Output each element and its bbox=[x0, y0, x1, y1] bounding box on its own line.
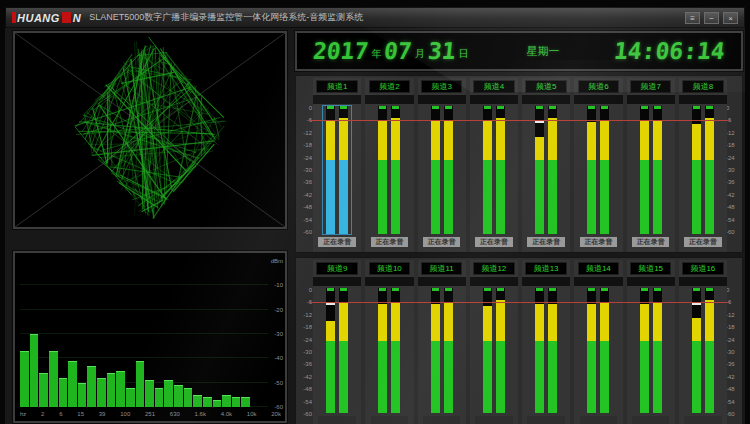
meter-scale-tick: -12 bbox=[297, 312, 312, 318]
spectrum-bar bbox=[20, 351, 29, 407]
recording-status-badge bbox=[527, 416, 565, 424]
meter-scale-tick: 0 bbox=[297, 287, 312, 293]
meter-scale-tick: -42 bbox=[297, 374, 312, 380]
peak-indicator bbox=[588, 288, 595, 291]
level-fill-low bbox=[339, 341, 348, 413]
channel-频道11[interactable]: 频道11 bbox=[418, 260, 466, 424]
level-fill-low bbox=[600, 160, 609, 234]
meter-scale-tick: -36 bbox=[726, 361, 741, 367]
spectrum-bar bbox=[107, 373, 116, 407]
spectrum-y-tick: -10 bbox=[274, 282, 283, 288]
channel-频道9[interactable]: 频道9 bbox=[313, 260, 361, 424]
spectrum-bar bbox=[68, 361, 77, 407]
channel-频道15[interactable]: 频道15 bbox=[627, 260, 675, 424]
channel-频道7[interactable]: 频道7正在录音 bbox=[627, 78, 675, 252]
meter-scale-tick: -30 bbox=[297, 167, 312, 173]
spectrum-bar bbox=[126, 388, 135, 407]
peak-indicator bbox=[340, 288, 347, 291]
menu-icon[interactable]: ≡ bbox=[685, 12, 700, 24]
channel-频道12[interactable]: 频道12 bbox=[470, 260, 518, 424]
channel-meter bbox=[375, 288, 403, 414]
channel-频道3[interactable]: 频道3正在录音 bbox=[418, 78, 466, 252]
peak-indicator bbox=[654, 106, 661, 109]
level-fill-low bbox=[653, 160, 662, 234]
spectrum-bar bbox=[164, 380, 173, 407]
peak-indicator bbox=[549, 288, 556, 291]
level-fill-yellow bbox=[483, 306, 492, 341]
level-fill-low bbox=[496, 341, 505, 413]
clock-date: 2017 年 07 月 31 日 bbox=[313, 38, 472, 64]
meter-scale-tick: -24 bbox=[297, 337, 312, 343]
channel-频道13[interactable]: 频道13 bbox=[522, 260, 570, 424]
spectrum-bar bbox=[193, 395, 202, 407]
channel-频道4[interactable]: 频道4正在录音 bbox=[470, 78, 518, 252]
channel-meter bbox=[532, 288, 560, 414]
channel-label: 频道3 bbox=[421, 80, 462, 93]
meter-scale-tick: -48 bbox=[297, 386, 312, 392]
level-fill-low bbox=[391, 160, 400, 234]
channel-bars bbox=[480, 288, 508, 414]
channel-频道1[interactable]: 频道1正在录音 bbox=[313, 78, 361, 252]
level-fill-yellow bbox=[326, 120, 335, 159]
spectrum-y-tick: -40 bbox=[274, 355, 283, 361]
spectrum-y-tick: -30 bbox=[274, 331, 283, 337]
spectrum-y-tick: -20 bbox=[274, 307, 283, 313]
recording-status-badge: 正在录音 bbox=[527, 237, 565, 247]
meter-scale-tick: -54 bbox=[297, 399, 312, 405]
meter-scale-tick: -18 bbox=[726, 324, 741, 330]
meter-scale-tick: -54 bbox=[726, 217, 741, 223]
level-bar bbox=[600, 288, 609, 414]
level-bar bbox=[326, 106, 335, 234]
level-bar bbox=[548, 106, 557, 234]
level-bar bbox=[496, 288, 505, 414]
channel-频道16[interactable]: 频道16 bbox=[679, 260, 727, 424]
meter-scale-tick: -36 bbox=[726, 179, 741, 185]
logo-red-box bbox=[62, 12, 71, 23]
peak-indicator bbox=[392, 106, 399, 109]
meter-red-line bbox=[310, 302, 730, 303]
channel-subbox bbox=[679, 277, 727, 286]
channel-subbox bbox=[574, 95, 622, 104]
peak-indicator bbox=[379, 106, 386, 109]
channel-bars bbox=[689, 106, 717, 234]
channel-频道10[interactable]: 频道10 bbox=[365, 260, 413, 424]
spectrum-bar bbox=[78, 383, 87, 407]
channel-meter bbox=[689, 288, 717, 414]
spectrum-y-tick: -50 bbox=[274, 380, 283, 386]
level-fill-yellow bbox=[391, 118, 400, 159]
channel-频道14[interactable]: 频道14 bbox=[574, 260, 622, 424]
goniometer-panel bbox=[13, 31, 287, 229]
level-fill-low bbox=[431, 160, 440, 234]
meter-scale-tick: -60 bbox=[297, 229, 312, 235]
level-bar bbox=[587, 288, 596, 414]
channel-subbox bbox=[627, 277, 675, 286]
channel-频道2[interactable]: 频道2正在录音 bbox=[365, 78, 413, 252]
level-fill-yellow bbox=[692, 124, 701, 159]
minimize-icon[interactable]: − bbox=[704, 12, 719, 24]
recording-status-badge: 正在录音 bbox=[371, 237, 409, 247]
meter-columns: 频道1正在录音频道2正在录音频道3正在录音频道4正在录音频道5正在录音频道6正在… bbox=[313, 78, 727, 252]
channel-bars bbox=[584, 106, 612, 234]
meter-scale-tick: -18 bbox=[297, 324, 312, 330]
level-fill-yellow bbox=[548, 118, 557, 159]
spectrum-y-tick: -60 bbox=[274, 404, 283, 410]
channel-频道8[interactable]: 频道8正在录音 bbox=[679, 78, 727, 252]
peak-indicator bbox=[588, 106, 595, 109]
channel-bars bbox=[532, 106, 560, 234]
level-fill-yellow bbox=[444, 120, 453, 159]
meter-scale-tick: -12 bbox=[297, 130, 312, 136]
close-icon[interactable]: × bbox=[723, 12, 738, 24]
channel-频道6[interactable]: 频道6正在录音 bbox=[574, 78, 622, 252]
spectrum-bar bbox=[136, 361, 145, 407]
channel-meter bbox=[428, 106, 456, 234]
level-fill-yellow bbox=[587, 122, 596, 159]
meter-red-line bbox=[310, 120, 730, 121]
channel-频道5[interactable]: 频道5正在录音 bbox=[522, 78, 570, 252]
level-bar bbox=[444, 288, 453, 414]
logo-red-bar bbox=[12, 12, 16, 23]
peak-indicator bbox=[445, 288, 452, 291]
channel-label: 频道12 bbox=[473, 262, 514, 275]
peak-indicator bbox=[497, 106, 504, 109]
level-fill-yellow bbox=[535, 137, 544, 160]
channel-subbox bbox=[679, 95, 727, 104]
